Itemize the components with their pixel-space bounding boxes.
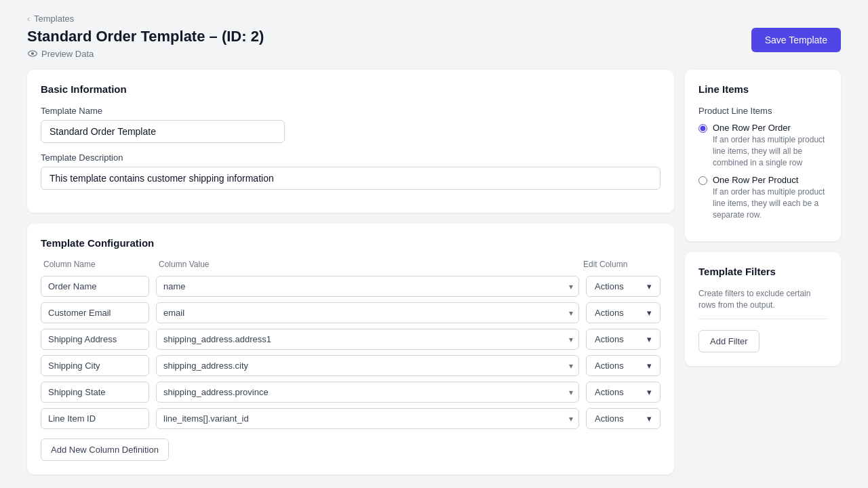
save-template-button[interactable]: Save Template: [751, 28, 841, 52]
page-title-section: Standard Order Template – (ID: 2) Previe…: [27, 28, 264, 59]
actions-label-2: Actions: [595, 334, 624, 344]
line-items-card: Line Items Product Line Items One Row Pe…: [685, 70, 841, 241]
col-value-select-2[interactable]: shipping_address.address1: [156, 329, 579, 350]
template-filters-card: Template Filters Create filters to exclu…: [685, 252, 841, 367]
page-header: Standard Order Template – (ID: 2) Previe…: [27, 28, 841, 59]
col-value-wrapper-1: email: [156, 302, 579, 323]
filter-divider: [698, 319, 827, 319]
radio-option-1[interactable]: One Row Per Order If an order has multip…: [698, 123, 827, 168]
actions-chevron-0: ▾: [647, 281, 652, 291]
breadcrumb: ‹ Templates: [27, 14, 841, 24]
col-value-select-5[interactable]: line_items[].variant_id: [156, 408, 579, 429]
col-name-input-0[interactable]: [41, 276, 149, 297]
col-name-header: Column Name: [43, 260, 152, 269]
template-filters-title: Template Filters: [698, 266, 827, 277]
filter-description: Create filters to exclude certain rows f…: [698, 288, 827, 311]
line-items-title: Line Items: [698, 83, 827, 95]
col-name-input-2[interactable]: [41, 329, 149, 350]
col-value-wrapper-5: line_items[].variant_id: [156, 408, 579, 429]
col-name-input-3[interactable]: [41, 355, 149, 376]
preview-label: Preview Data: [41, 49, 94, 59]
radio-group: One Row Per Order If an order has multip…: [698, 123, 827, 221]
actions-chevron-2: ▾: [647, 334, 652, 344]
actions-chevron-5: ▾: [647, 413, 652, 424]
basic-info-title: Basic Information: [41, 83, 660, 95]
actions-button-4[interactable]: Actions ▾: [586, 382, 660, 403]
actions-chevron-1: ▾: [647, 308, 652, 318]
content-area: Basic Information Template Name Template…: [27, 70, 841, 474]
page-title: Standard Order Template – (ID: 2): [27, 28, 264, 45]
radio-option-1-desc: If an order has multiple product line it…: [713, 134, 827, 168]
product-line-items-label: Product Line Items: [698, 106, 827, 116]
col-value-wrapper-0: name: [156, 276, 579, 297]
preview-data-link[interactable]: Preview Data: [27, 48, 264, 59]
radio-option-1-label: One Row Per Order: [713, 123, 827, 133]
col-value-select-3[interactable]: shipping_address.city: [156, 355, 579, 376]
basic-info-card: Basic Information Template Name Template…: [27, 70, 674, 213]
actions-label-4: Actions: [595, 387, 624, 397]
radio-option-2-desc: If an order has multiple product line it…: [713, 186, 827, 220]
actions-chevron-4: ▾: [647, 387, 652, 397]
template-config-title: Template Configuration: [41, 237, 660, 249]
template-name-input[interactable]: [41, 120, 285, 143]
actions-button-3[interactable]: Actions ▾: [586, 355, 660, 376]
actions-label-3: Actions: [595, 361, 624, 371]
col-value-wrapper-4: shipping_address.province: [156, 382, 579, 403]
col-value-wrapper-3: shipping_address.city: [156, 355, 579, 376]
main-panel: Basic Information Template Name Template…: [27, 70, 674, 474]
template-description-group: Template Description: [41, 152, 660, 190]
page-container: ‹ Templates Standard Order Template – (I…: [0, 0, 868, 488]
col-name-input-4[interactable]: [41, 382, 149, 403]
actions-button-5[interactable]: Actions ▾: [586, 408, 660, 429]
table-row: email Actions ▾: [41, 302, 660, 323]
col-edit-header: Edit Column: [583, 260, 658, 269]
radio-input-1[interactable]: [698, 124, 707, 133]
radio-option-1-content: One Row Per Order If an order has multip…: [713, 123, 827, 168]
actions-chevron-3: ▾: [647, 361, 652, 371]
table-row: shipping_address.province Actions ▾: [41, 382, 660, 403]
radio-option-2[interactable]: One Row Per Product If an order has mult…: [698, 175, 827, 220]
col-value-select-0[interactable]: name: [156, 276, 579, 297]
actions-button-0[interactable]: Actions ▾: [586, 276, 660, 297]
col-value-select-4[interactable]: shipping_address.province: [156, 382, 579, 403]
actions-label-5: Actions: [595, 413, 624, 424]
radio-option-2-content: One Row Per Product If an order has mult…: [713, 175, 827, 220]
template-config-card: Template Configuration Column Name Colum…: [27, 224, 674, 474]
radio-option-2-label: One Row Per Product: [713, 175, 827, 185]
back-chevron-icon: ‹: [27, 14, 30, 24]
col-value-header: Column Value: [159, 260, 576, 269]
radio-input-2[interactable]: [698, 176, 707, 185]
table-row: line_items[].variant_id Actions ▾: [41, 408, 660, 429]
col-name-input-1[interactable]: [41, 302, 149, 323]
table-row: name Actions ▾: [41, 276, 660, 297]
template-description-input[interactable]: [41, 167, 660, 190]
col-value-select-1[interactable]: email: [156, 302, 579, 323]
template-name-label: Template Name: [41, 106, 660, 116]
col-name-input-5[interactable]: [41, 408, 149, 429]
side-panel: Line Items Product Line Items One Row Pe…: [685, 70, 841, 474]
actions-button-2[interactable]: Actions ▾: [586, 329, 660, 350]
svg-point-1: [31, 52, 34, 55]
add-column-button[interactable]: Add New Column Definition: [41, 439, 169, 461]
add-filter-button[interactable]: Add Filter: [698, 330, 760, 352]
breadcrumb-parent-link[interactable]: Templates: [34, 14, 74, 24]
actions-label-0: Actions: [595, 281, 624, 291]
col-value-wrapper-2: shipping_address.address1: [156, 329, 579, 350]
template-name-group: Template Name: [41, 106, 660, 143]
eye-icon: [27, 48, 38, 59]
table-row: shipping_address.city Actions ▾: [41, 355, 660, 376]
table-row: shipping_address.address1 Actions ▾: [41, 329, 660, 350]
actions-button-1[interactable]: Actions ▾: [586, 302, 660, 323]
template-description-label: Template Description: [41, 152, 660, 163]
config-header-row: Column Name Column Value Edit Column: [41, 260, 660, 269]
actions-label-1: Actions: [595, 308, 624, 318]
